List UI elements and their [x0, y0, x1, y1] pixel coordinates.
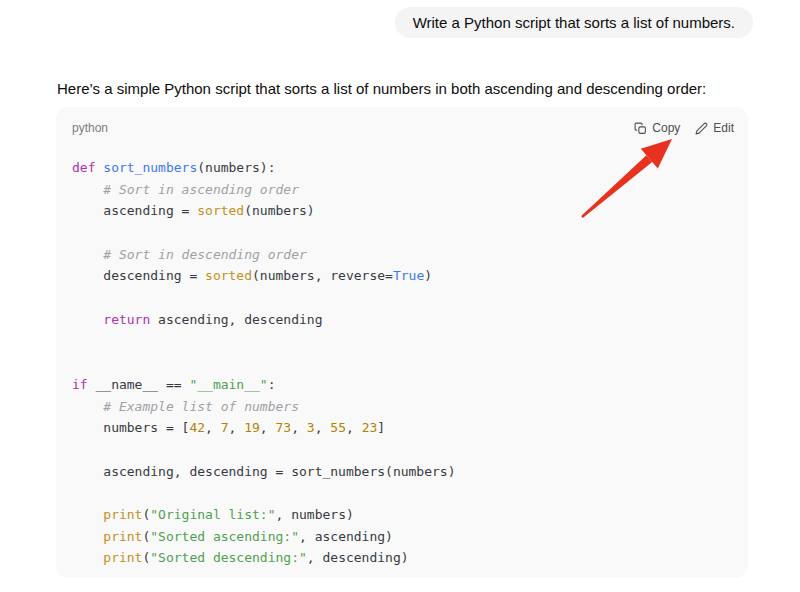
code-line: return ascending, descending: [72, 309, 732, 331]
edit-button[interactable]: Edit: [695, 121, 734, 135]
code-content: def sort_numbers(numbers): # Sort in asc…: [56, 147, 748, 569]
code-line: if __name__ == "__main__":: [72, 374, 732, 396]
code-block: python Copy Edit def s: [56, 107, 748, 578]
copy-button-label: Copy: [652, 121, 680, 135]
code-line: print("Sorted ascending:", ascending): [72, 526, 732, 548]
code-line: # Sort in descending order: [72, 244, 732, 266]
edit-button-label: Edit: [713, 121, 734, 135]
code-header-actions: Copy Edit: [634, 121, 734, 135]
user-message-bubble: Write a Python script that sorts a list …: [395, 7, 753, 38]
code-line: descending = sorted(numbers, reverse=Tru…: [72, 265, 732, 287]
code-line: [72, 482, 732, 504]
code-line: ascending = sorted(numbers): [72, 200, 732, 222]
code-line: numbers = [42, 7, 19, 73, 3, 55, 23]: [72, 417, 732, 439]
pencil-icon: [695, 122, 708, 135]
code-line: [72, 222, 732, 244]
code-line: print("Sorted descending:", descending): [72, 547, 732, 569]
code-block-header: python Copy Edit: [56, 107, 748, 147]
code-line: print("Original list:", numbers): [72, 504, 732, 526]
code-line: [72, 287, 732, 309]
code-line: ascending, descending = sort_numbers(num…: [72, 461, 732, 483]
copy-button[interactable]: Copy: [634, 121, 680, 135]
code-language-label: python: [72, 121, 108, 135]
code-line: [72, 331, 732, 353]
code-line: [72, 352, 732, 374]
code-line: [72, 439, 732, 461]
assistant-intro-text: Here’s a simple Python script that sorts…: [57, 79, 760, 99]
code-line: # Sort in ascending order: [72, 179, 732, 201]
code-line: # Example list of numbers: [72, 396, 732, 418]
copy-icon: [634, 122, 647, 135]
code-line: def sort_numbers(numbers):: [72, 157, 732, 179]
